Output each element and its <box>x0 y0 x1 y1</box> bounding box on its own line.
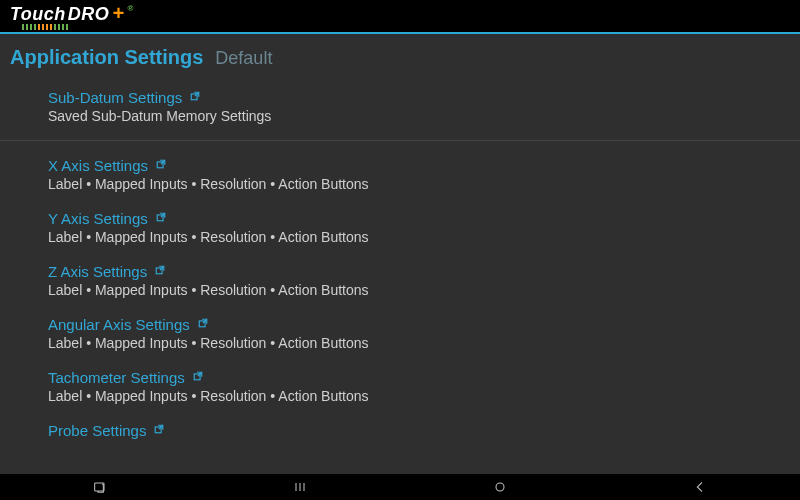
settings-item-title-row: Tachometer Settings <box>48 369 790 386</box>
settings-item-title: X Axis Settings <box>48 157 148 174</box>
brand-text-right: DRO <box>68 4 110 25</box>
settings-item[interactable]: Y Axis SettingsLabel • Mapped Inputs • R… <box>0 202 800 255</box>
settings-item-subtitle: Label • Mapped Inputs • Resolution • Act… <box>48 229 790 245</box>
settings-item-title: Probe Settings <box>48 422 146 439</box>
open-external-icon <box>155 265 165 275</box>
open-external-icon <box>190 91 200 101</box>
settings-item[interactable]: Z Axis SettingsLabel • Mapped Inputs • R… <box>0 255 800 308</box>
open-external-icon <box>156 212 166 222</box>
settings-item[interactable]: Tachometer SettingsLabel • Mapped Inputs… <box>0 361 800 414</box>
settings-item-subtitle: Label • Mapped Inputs • Resolution • Act… <box>48 282 790 298</box>
open-external-icon <box>156 159 166 169</box>
settings-item-title: Z Axis Settings <box>48 263 147 280</box>
brand-text-left: Touch <box>10 4 66 25</box>
settings-item-title: Sub-Datum Settings <box>48 89 182 106</box>
settings-item-title-row: Z Axis Settings <box>48 263 790 280</box>
brand-ruler-icon <box>10 24 134 30</box>
svg-point-18 <box>496 483 504 491</box>
open-external-icon <box>198 318 208 328</box>
recents-button[interactable] <box>270 479 330 495</box>
settings-item-title-row: Probe Settings <box>48 422 790 439</box>
settings-list[interactable]: Sub-Datum SettingsSaved Sub-Datum Memory… <box>0 81 800 474</box>
app-screen: TouchDRO+® Application Settings Default … <box>0 0 800 500</box>
settings-item-title-row: Sub-Datum Settings <box>48 89 790 106</box>
page-title: Application Settings <box>10 46 203 69</box>
open-external-icon <box>193 371 203 381</box>
brand-logo: TouchDRO+® <box>10 2 134 30</box>
registered-icon: ® <box>128 4 134 13</box>
home-button[interactable] <box>470 479 530 495</box>
settings-item-title: Y Axis Settings <box>48 210 148 227</box>
brand-plus: + <box>112 2 124 25</box>
page-header: Application Settings Default <box>0 34 800 81</box>
settings-item[interactable]: Angular Axis SettingsLabel • Mapped Inpu… <box>0 308 800 361</box>
settings-item-title: Angular Axis Settings <box>48 316 190 333</box>
screenshot-button[interactable] <box>70 479 130 495</box>
back-button[interactable] <box>670 479 730 495</box>
settings-item[interactable]: X Axis SettingsLabel • Mapped Inputs • R… <box>0 149 800 202</box>
brand-bar: TouchDRO+® <box>0 0 800 32</box>
settings-item-subtitle: Label • Mapped Inputs • Resolution • Act… <box>48 335 790 351</box>
open-external-icon <box>154 424 164 434</box>
section-divider <box>0 140 800 141</box>
settings-item-subtitle: Label • Mapped Inputs • Resolution • Act… <box>48 176 790 192</box>
settings-item[interactable]: Probe Settings <box>0 414 800 451</box>
page-subtitle: Default <box>215 48 272 69</box>
settings-item-title: Tachometer Settings <box>48 369 185 386</box>
settings-item[interactable]: Sub-Datum SettingsSaved Sub-Datum Memory… <box>0 81 800 134</box>
settings-item-subtitle: Saved Sub-Datum Memory Settings <box>48 108 790 124</box>
settings-item-title-row: Angular Axis Settings <box>48 316 790 333</box>
settings-item-title-row: Y Axis Settings <box>48 210 790 227</box>
android-nav-bar <box>0 474 800 500</box>
settings-item-title-row: X Axis Settings <box>48 157 790 174</box>
settings-item-subtitle: Label • Mapped Inputs • Resolution • Act… <box>48 388 790 404</box>
